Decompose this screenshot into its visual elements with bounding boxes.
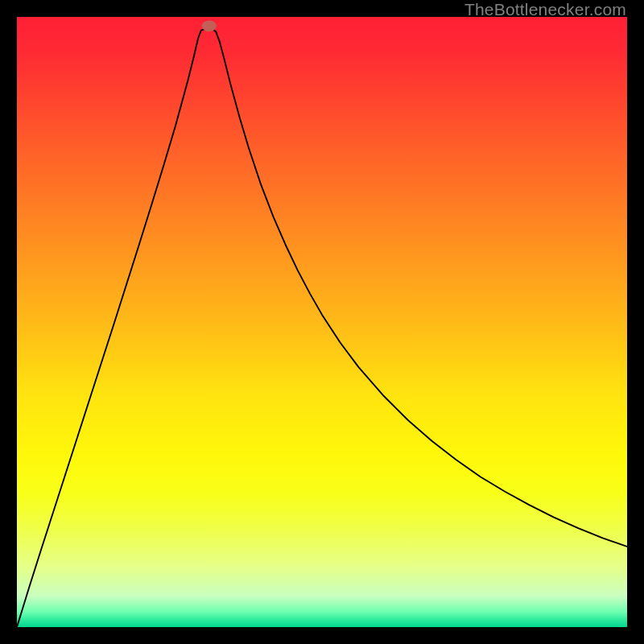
bottleneck-chart bbox=[17, 17, 627, 627]
optimal-point-marker bbox=[202, 21, 217, 32]
chart-frame bbox=[17, 17, 627, 627]
watermark-text: TheBottlenecker.com bbox=[464, 0, 626, 19]
gradient-background bbox=[17, 17, 627, 627]
